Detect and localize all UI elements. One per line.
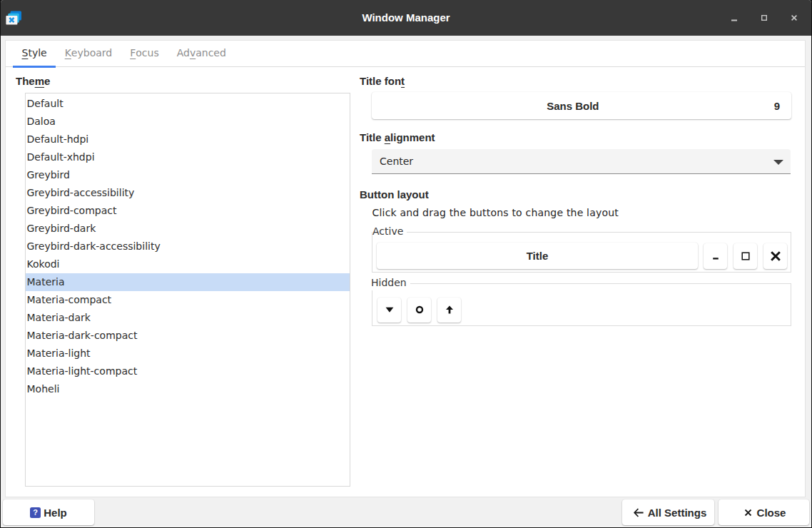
active-buttons-frame: Active Title (372, 232, 791, 273)
all-settings-label: All Settings (648, 507, 707, 519)
menu-triangle-icon (384, 304, 395, 315)
title-font-button[interactable]: Sans Bold 9 (372, 92, 791, 119)
sticky-circle-icon (414, 304, 425, 315)
chevron-down-icon (773, 160, 783, 165)
theme-list-item[interactable]: Materia-light-compact (26, 362, 350, 380)
settings-notebook: StyleKeyboardFocusAdvanced Theme Default… (6, 41, 805, 497)
hidden-buttons-frame: Hidden (372, 283, 791, 326)
tab-bar: StyleKeyboardFocusAdvanced (6, 41, 805, 67)
button-layout-heading: Button layout (360, 188, 429, 200)
label-text: anced (196, 47, 226, 59)
window-title: Window Manager (1, 0, 811, 36)
active-frame-label: Active (372, 224, 407, 239)
close-label: Close (757, 507, 786, 519)
titlebar-minimize-button[interactable] (726, 9, 743, 26)
minimize-icon (726, 9, 743, 26)
label-text: The (16, 75, 35, 87)
titlebar-maximize-button[interactable] (756, 9, 773, 26)
combo-value: Center (372, 156, 413, 167)
theme-list-item[interactable]: Greybird-dark-accessibility (26, 238, 350, 255)
layout-close-button[interactable] (763, 243, 787, 269)
label-text: lignment (390, 131, 435, 143)
title-alignment-combobox[interactable]: Center (372, 149, 791, 174)
minimize-glyph-icon (710, 250, 721, 262)
back-arrow-icon (634, 508, 644, 517)
close-x-icon (744, 509, 752, 517)
label-text: tyle (28, 47, 46, 59)
maximize-glyph-icon (740, 250, 751, 262)
theme-label: Theme (16, 75, 50, 87)
close-glyph-icon (770, 250, 781, 262)
theme-list-item[interactable]: Daloa (26, 113, 350, 131)
tab-style[interactable]: Style (13, 41, 56, 67)
button-layout-hint: Click and drag the buttons to change the… (372, 207, 619, 218)
theme-list-item[interactable]: Greybird-compact (26, 202, 350, 220)
titlebar: Window Manager (1, 0, 811, 36)
layout-title-button[interactable]: Title (377, 243, 698, 269)
tab-focus[interactable]: Focus (121, 41, 168, 67)
help-button[interactable]: ? Help (3, 499, 94, 525)
font-name: Sans Bold (372, 100, 774, 112)
title-alignment-label: Title alignment (360, 131, 435, 143)
close-button[interactable]: Close (719, 499, 809, 525)
title-font-label: Title font (360, 75, 405, 87)
mnemonic-letter: v (190, 47, 196, 59)
close-icon (786, 9, 803, 26)
label-text: Title (360, 131, 385, 143)
help-icon: ? (30, 507, 41, 518)
theme-list-item[interactable]: Greybird-dark (26, 220, 350, 238)
tab-advanced[interactable]: Advanced (168, 41, 235, 67)
label-text: ocus (136, 47, 158, 59)
titlebar-close-button[interactable] (786, 9, 803, 26)
mnemonic-letter: F (130, 47, 136, 59)
label-text: Ad (177, 47, 190, 59)
shade-up-arrow-icon (444, 304, 455, 315)
theme-list-item[interactable]: Materia (26, 273, 350, 291)
label-text: eyboard (71, 47, 112, 59)
theme-list-item[interactable]: Kokodi (26, 255, 350, 273)
theme-list-item[interactable]: Materia-dark-compact (26, 327, 350, 345)
theme-list-item[interactable]: Default (26, 95, 350, 113)
label-text: Title fon (360, 75, 401, 87)
layout-menu-button[interactable] (377, 298, 401, 323)
theme-list-item[interactable]: Materia-dark (26, 309, 350, 327)
theme-list-item[interactable]: Default-hdpi (26, 131, 350, 148)
help-label: Help (44, 507, 67, 519)
theme-list-item[interactable]: Materia-compact (26, 291, 350, 309)
layout-minimize-button[interactable] (704, 243, 727, 269)
theme-list-item[interactable]: Materia-light (26, 345, 350, 362)
mnemonic-letter: m (35, 75, 44, 87)
layout-maximize-button[interactable] (734, 243, 757, 269)
mnemonic-letter: S (22, 47, 29, 59)
maximize-icon (756, 9, 773, 26)
hidden-frame-label: Hidden (371, 275, 410, 290)
tab-keyboard[interactable]: Keyboard (56, 41, 121, 67)
theme-list-item[interactable]: Default-xhdpi (26, 148, 350, 166)
layout-shade-button[interactable] (437, 298, 461, 323)
layout-sticky-button[interactable] (407, 298, 431, 323)
mnemonic-letter: K (65, 47, 71, 59)
mnemonic-letter: a (385, 131, 390, 143)
window-manager-dialog: Window Manager StyleKeyboardFocusAdvance… (1, 0, 811, 527)
theme-list-item[interactable]: Greybird (26, 166, 350, 184)
theme-list-item[interactable]: Moheli (26, 380, 350, 398)
all-settings-button[interactable]: All Settings (622, 499, 714, 525)
label-text: e (44, 75, 50, 87)
theme-list-item[interactable]: Greybird-accessibility (26, 184, 350, 202)
font-size: 9 (774, 100, 791, 112)
theme-list[interactable]: DefaultDaloaDefault-hdpiDefault-xhdpiGre… (25, 93, 350, 487)
mnemonic-letter: t (401, 75, 405, 87)
